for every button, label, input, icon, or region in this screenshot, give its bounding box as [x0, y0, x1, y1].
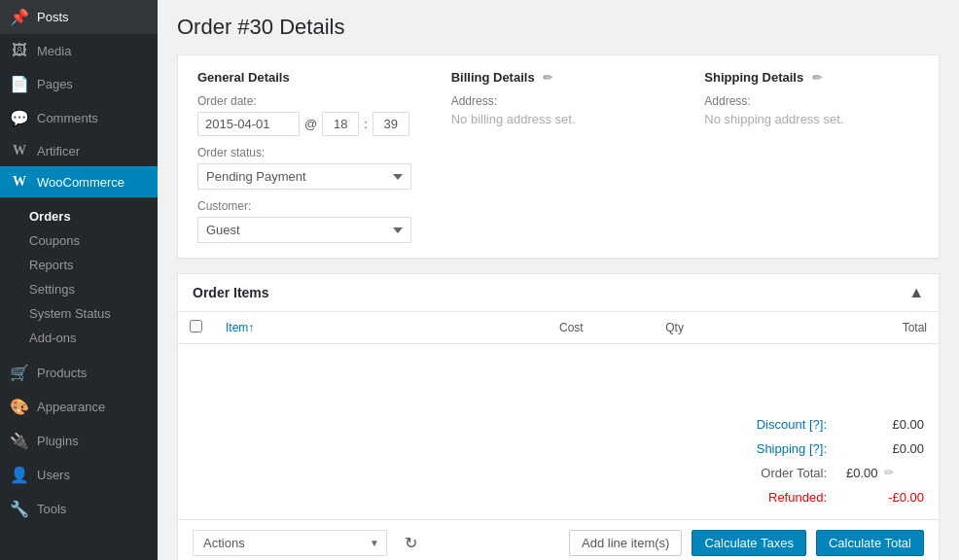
billing-details-col: Billing Details ✏ Address: No billing ad… — [451, 70, 666, 243]
sidebar-item-woocommerce[interactable]: W WooCommerce — [0, 166, 158, 197]
woocommerce-icon: W — [10, 174, 29, 190]
totals-section: Discount [?]: £0.00 Shipping [?]: £0.00 … — [178, 412, 939, 519]
order-minute-input[interactable] — [373, 112, 409, 136]
order-date-label: Order date: — [197, 94, 412, 108]
shipping-address-label: Address: — [704, 94, 919, 108]
comments-icon: 💬 — [10, 109, 29, 127]
collapse-arrow-icon[interactable]: ▲ — [908, 284, 924, 301]
order-total-row: Order Total: £0.00 ✏ — [193, 461, 924, 485]
col-total-header: Total — [755, 312, 940, 344]
details-grid: General Details Order date: @ : Order st… — [197, 70, 919, 243]
actions-wrapper: Actions ▼ — [193, 530, 387, 556]
billing-address-value: No billing address set. — [451, 112, 666, 126]
refunded-row: Refunded: -£0.00 — [193, 485, 924, 509]
artificer-icon: W — [10, 143, 29, 158]
users-icon: 👤 — [10, 466, 29, 484]
sidebar-item-tools[interactable]: 🔧 Tools — [0, 492, 158, 526]
col-item-header: Item↑ — [214, 312, 413, 344]
products-icon: 🛒 — [10, 364, 29, 382]
order-date-input[interactable] — [197, 112, 300, 136]
order-total-label: Order Total: — [710, 466, 827, 480]
refunded-label: Refunded: — [710, 490, 827, 505]
shipping-total-value: £0.00 — [846, 441, 924, 456]
sidebar-item-appearance[interactable]: 🎨 Appearance — [0, 390, 158, 424]
order-hour-input[interactable] — [322, 112, 359, 136]
order-status-select[interactable]: Pending Payment — [197, 163, 411, 190]
sidebar-item-plugins[interactable]: 🔌 Plugins — [0, 424, 158, 458]
calculate-total-button[interactable]: Calculate Total — [816, 530, 924, 556]
shipping-details-heading: Shipping Details ✏ — [704, 70, 919, 85]
woocommerce-submenu: Orders Coupons Reports Settings System S… — [0, 197, 158, 356]
sidebar-item-products[interactable]: 🛒 Products — [0, 356, 158, 390]
customer-select[interactable]: Guest — [197, 217, 411, 243]
billing-details-heading: Billing Details ✏ — [451, 70, 666, 85]
billing-edit-icon[interactable]: ✏ — [543, 71, 552, 85]
shipping-edit-icon[interactable]: ✏ — [812, 71, 822, 85]
col-checkbox-header — [178, 312, 214, 344]
colon-separator: : — [364, 117, 368, 131]
discount-label: Discount [?]: — [710, 417, 827, 432]
order-items-card: Order Items ▲ Item↑ Cost Qty Total — [177, 273, 940, 560]
empty-row — [178, 344, 939, 402]
sidebar-sub-reports[interactable]: Reports — [0, 253, 158, 277]
actions-select[interactable]: Actions — [193, 530, 387, 556]
tools-icon: 🔧 — [10, 500, 29, 518]
pages-icon: 📄 — [10, 75, 29, 93]
customer-label: Customer: — [197, 199, 412, 213]
order-status-label: Order status: — [197, 146, 412, 159]
shipping-total-label: Shipping [?]: — [710, 441, 827, 456]
sidebar-item-artificer[interactable]: W Artificer — [0, 135, 158, 166]
main-content: Order #30 Details General Details Order … — [158, 0, 959, 560]
refunded-value: -£0.00 — [846, 490, 924, 505]
details-card-body: General Details Order date: @ : Order st… — [178, 55, 939, 258]
general-details-heading: General Details — [197, 70, 412, 85]
page-title: Order #30 Details — [177, 15, 940, 40]
sidebar-sub-addons[interactable]: Add-ons — [0, 326, 158, 350]
sidebar-item-comments[interactable]: 💬 Comments — [0, 101, 158, 135]
refresh-button[interactable]: ↻ — [397, 530, 425, 556]
order-total-edit-icon[interactable]: ✏ — [884, 466, 894, 479]
posts-icon: 📌 — [10, 8, 29, 26]
order-items-heading: Order Items — [193, 285, 269, 300]
discount-value: £0.00 — [846, 417, 924, 432]
sidebar-item-media[interactable]: 🖼 Media — [0, 34, 158, 67]
sidebar-item-users[interactable]: 👤 Users — [0, 458, 158, 492]
col-qty-header: Qty — [595, 312, 755, 344]
media-icon: 🖼 — [10, 42, 29, 59]
order-items-table: Item↑ Cost Qty Total — [178, 312, 939, 402]
appearance-icon: 🎨 — [10, 398, 29, 416]
discount-row: Discount [?]: £0.00 — [193, 412, 924, 437]
shipping-address-value: No shipping address set. — [704, 112, 919, 126]
plugins-icon: 🔌 — [10, 432, 29, 450]
add-line-items-button[interactable]: Add line item(s) — [569, 530, 682, 556]
details-card: General Details Order date: @ : Order st… — [177, 54, 940, 259]
order-items-header: Order Items ▲ — [178, 274, 939, 312]
calculate-taxes-button[interactable]: Calculate Taxes — [692, 530, 806, 556]
billing-address-label: Address: — [451, 94, 666, 108]
select-all-checkbox[interactable] — [190, 320, 202, 332]
sidebar-item-pages[interactable]: 📄 Pages — [0, 67, 158, 101]
shipping-details-col: Shipping Details ✏ Address: No shipping … — [704, 70, 919, 243]
sidebar-sub-system-status[interactable]: System Status — [0, 301, 158, 326]
general-details-col: General Details Order date: @ : Order st… — [197, 70, 412, 243]
date-row: @ : — [197, 112, 412, 136]
shipping-row: Shipping [?]: £0.00 — [193, 437, 924, 461]
sidebar-sub-settings[interactable]: Settings — [0, 277, 158, 301]
col-cost-header: Cost — [413, 312, 595, 344]
sidebar-sub-orders[interactable]: Orders — [0, 204, 158, 228]
sidebar: 📌 Posts 🖼 Media 📄 Pages 💬 Comments W Art… — [0, 0, 158, 560]
at-symbol: @ — [304, 117, 317, 131]
sidebar-item-posts[interactable]: 📌 Posts — [0, 0, 158, 34]
order-total-value: £0.00 ✏ — [846, 466, 924, 480]
order-footer: Actions ▼ ↻ Add line item(s) Calculate T… — [178, 519, 939, 561]
sidebar-sub-coupons[interactable]: Coupons — [0, 228, 158, 253]
